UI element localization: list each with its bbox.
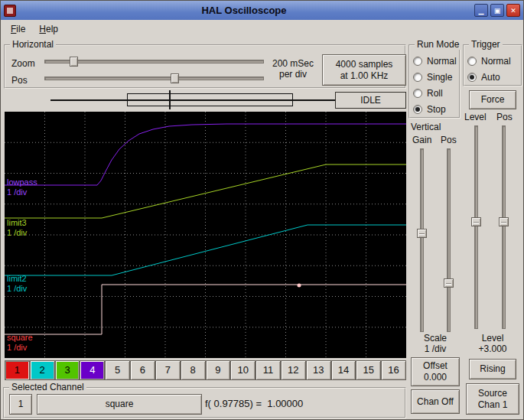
source-line2: Chan 1 [478,399,508,411]
trigger-position-tick[interactable] [169,90,171,109]
horizontal-pos-slider-thumb[interactable] [171,73,179,83]
radio-label: Roll [427,88,443,99]
selected-channel-number-button[interactable]: 1 [9,394,32,415]
trigger-level-slider[interactable] [471,125,482,329]
samples-button[interactable]: 4000 samples at 1.00 KHz [322,54,406,86]
trace-label-lowpass: lowpass1 /div [7,177,37,197]
run-mode-single[interactable]: Single [413,72,452,83]
channel-button-row: 1 2 3 4 5 6 7 8 9 10 11 12 13 14 15 16 [5,360,406,380]
menu-help[interactable]: Help [32,21,65,37]
channel-button-4[interactable]: 4 [80,360,105,380]
selected-channel-number: 1 [18,399,24,410]
trigger-readout-value: +3.000 [478,343,506,354]
trigger-pos-slider-trough[interactable] [502,125,506,329]
channel-button-5[interactable]: 5 [105,360,130,380]
status-box: IDLE [335,92,406,109]
channel-button-13[interactable]: 13 [306,360,331,380]
close-button[interactable]: ✕ [506,4,520,17]
vertical-pos-slider-thumb[interactable] [444,278,454,288]
selected-channel-name: square [106,399,134,410]
radio-icon [467,57,477,66]
maximize-button[interactable]: ▣ [490,4,504,17]
offset-value: 0.000 [424,372,447,383]
channel-button-11[interactable]: 11 [255,360,281,380]
channel-reading: f( 0.97785) = 1.00000 [205,398,303,409]
force-button[interactable]: Force [469,90,516,109]
samples-line2: at 1.00 KHz [340,70,389,82]
radio-label: Normal [481,56,511,67]
channel-button-12[interactable]: 12 [281,360,306,380]
offset-button[interactable]: Offset 0.000 [411,357,460,386]
horizontal-frame-title: Horizontal [10,39,56,50]
menu-file[interactable]: File [4,21,32,37]
chan-off-label: Chan Off [417,396,454,408]
scale-label: Scale [424,333,447,343]
zoom-slider-thumb[interactable] [70,57,78,67]
trigger-pos-slider-thumb[interactable] [499,217,509,226]
channel-button-15[interactable]: 15 [356,360,381,380]
channel-button-3[interactable]: 3 [55,360,80,380]
trigger-readout-label: Level [482,333,504,343]
trace-label-limit3: limit31 /div [7,218,27,238]
radio-icon [467,73,477,82]
pos-label: Pos [11,75,28,86]
run-mode-stop[interactable]: Stop [413,104,446,115]
timebase-unit: per div [279,69,307,80]
channel-button-10[interactable]: 10 [230,360,255,380]
scope-display: lowpass1 /divlimit31 /divlimit21 /divsqu… [5,112,406,358]
trigger-level-slider-thumb[interactable] [471,217,481,226]
run-mode-normal[interactable]: Normal [413,56,457,67]
offset-label: Offset [423,360,448,372]
radio-icon [413,73,422,82]
record-window-box[interactable] [127,93,293,106]
status-text: IDLE [360,95,381,106]
minimize-button[interactable]: ▁ [474,4,488,17]
horizontal-pos-slider-trough[interactable] [44,77,264,80]
run-mode-roll[interactable]: Roll [413,88,443,99]
zoom-slider[interactable] [44,57,264,67]
channel-button-9[interactable]: 9 [206,360,231,380]
trigger-level-slider-trough[interactable] [474,125,478,329]
scale-value: 1 /div [425,343,447,354]
scale-readout: Scale 1 /div [411,333,460,355]
channel-button-8[interactable]: 8 [181,360,206,380]
samples-line1: 4000 samples [336,59,393,70]
trace-label-square: square1 /div [7,333,33,353]
radio-label: Stop [427,104,446,115]
gain-slider-thumb[interactable] [417,229,427,238]
vertical-pos-slider[interactable] [444,148,454,332]
gain-slider-trough[interactable] [420,148,424,332]
trigger-auto[interactable]: Auto [467,72,500,83]
chan-off-button[interactable]: Chan Off [411,389,460,414]
app-window: HAL Oscilloscope ▁ ▣ ✕ File Help Horizon… [0,0,524,420]
radio-icon [413,57,422,66]
trigger-source-button[interactable]: Source Chan 1 [466,383,519,415]
channel-button-6[interactable]: 6 [130,360,155,380]
channel-button-2[interactable]: 2 [30,360,55,380]
radio-icon [413,105,422,114]
vertical-pos-slider-trough[interactable] [447,148,451,332]
zoom-label: Zoom [11,58,35,69]
radio-label: Auto [481,72,500,83]
title-bar[interactable]: HAL Oscilloscope ▁ ▣ ✕ [1,1,523,20]
horizontal-pos-slider[interactable] [44,73,264,84]
channel-button-7[interactable]: 7 [155,360,181,380]
run-mode-title: Run Mode [415,39,461,50]
horizontal-frame: Horizontal Zoom Pos 200 mSec per div 400… [4,44,406,89]
rising-button[interactable]: Rising [469,359,516,379]
trigger-normal[interactable]: Normal [467,56,511,67]
run-mode-frame: Run Mode Normal Single Roll Stop [408,44,461,119]
window-title: HAL Oscilloscope [16,5,472,16]
channel-button-14[interactable]: 14 [331,360,356,380]
gain-slider[interactable] [417,148,428,332]
trigger-title: Trigger [469,39,503,50]
channel-button-16[interactable]: 16 [381,360,406,380]
trigger-level-readout: Level +3.000 [463,333,522,355]
rising-label: Rising [480,363,505,375]
timebase-value: 200 mSec [272,58,314,69]
trigger-pos-slider[interactable] [499,125,509,329]
radio-icon [413,89,422,98]
channel-button-1[interactable]: 1 [5,360,30,380]
trigger-level-label: Level [464,112,487,122]
selected-channel-name-button[interactable]: square [37,394,202,415]
